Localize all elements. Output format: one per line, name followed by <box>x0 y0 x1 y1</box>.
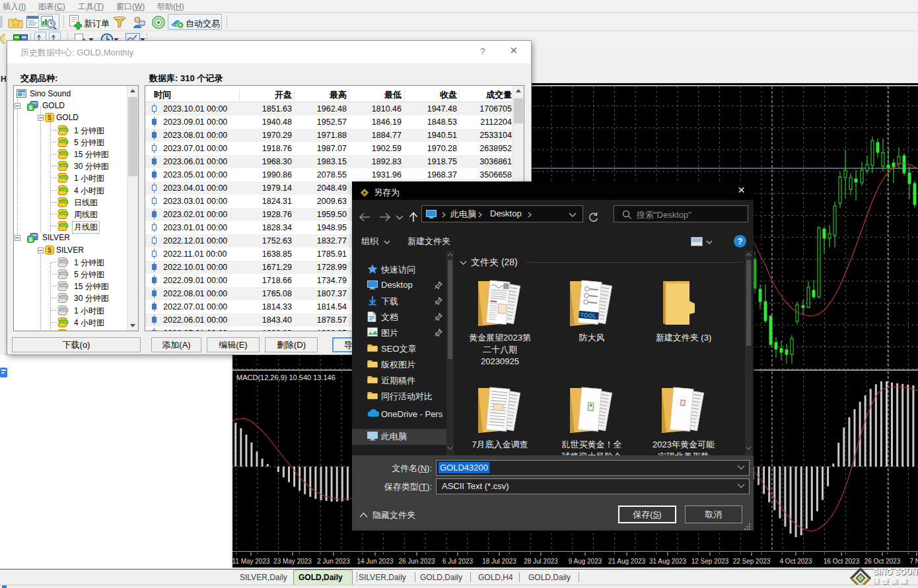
svg-text:$: $ <box>29 236 32 243</box>
svg-text:$: $ <box>48 247 52 254</box>
svg-text:14 Jun 2023: 14 Jun 2023 <box>357 558 393 565</box>
svg-text:7 No: 7 No <box>909 558 918 565</box>
svg-text:11 May 2023: 11 May 2023 <box>232 558 270 565</box>
svg-text:22 Sep 2023: 22 Sep 2023 <box>733 558 771 565</box>
svg-text:2 Jun 2023: 2 Jun 2023 <box>317 558 350 565</box>
svg-text:$: $ <box>48 114 52 121</box>
svg-text:SiNO SOUND: SiNO SOUND <box>873 568 918 577</box>
svg-text:16 Oct 2023: 16 Oct 2023 <box>824 558 860 565</box>
svg-text:26 Oct 2023: 26 Oct 2023 <box>865 558 901 565</box>
svg-text:漢聲集團: 漢聲集團 <box>872 577 910 585</box>
svg-text:28 Jul 2023: 28 Jul 2023 <box>524 558 558 565</box>
svg-text:23 May 2023: 23 May 2023 <box>273 558 312 565</box>
svg-text:12 Sep 2023: 12 Sep 2023 <box>691 558 729 565</box>
svg-text:$: $ <box>29 104 32 111</box>
svg-text:18 Jul 2023: 18 Jul 2023 <box>482 558 516 565</box>
svg-text:26 Jun 2023: 26 Jun 2023 <box>398 558 435 565</box>
svg-text:21 Aug 2023: 21 Aug 2023 <box>608 558 646 565</box>
svg-text:6 Jul 2023: 6 Jul 2023 <box>442 558 474 565</box>
svg-text:4 Oct 2023: 4 Oct 2023 <box>780 558 812 565</box>
svg-text:31 Aug 2023: 31 Aug 2023 <box>649 558 687 565</box>
svg-text:9 Aug 2023: 9 Aug 2023 <box>569 558 602 565</box>
svg-text:MACD(12,26,9) 10.540 13.146: MACD(12,26,9) 10.540 13.146 <box>236 374 335 381</box>
